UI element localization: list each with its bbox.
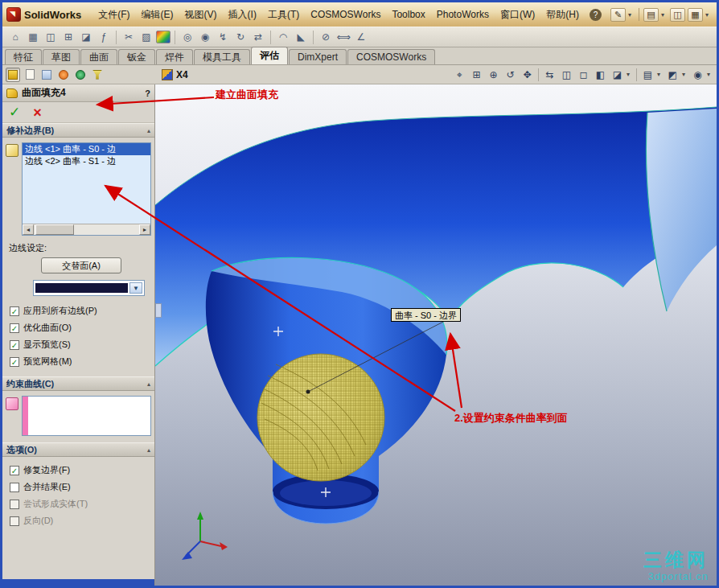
sketch-icon[interactable]: ✎ (610, 8, 626, 22)
ok-button[interactable]: ✓ (9, 105, 20, 119)
menu-toolbox[interactable]: Toolbox (386, 7, 430, 22)
checkbox-preview-mesh[interactable]: ✓ 预览网格(M) (6, 353, 151, 370)
collapse-icon[interactable]: ▴ (147, 127, 150, 134)
view-orientation-icon[interactable]: ▤ (640, 67, 655, 82)
section-view-icon[interactable]: ◪ (610, 67, 625, 82)
menu-photoworks[interactable]: PhotoWorks (431, 7, 495, 22)
tab-evaluate[interactable]: 评估 (251, 47, 288, 64)
list-horizontal-scrollbar[interactable]: ◂ ▸ (23, 224, 150, 235)
toolbar-link-icon[interactable]: ⌂ (7, 29, 23, 45)
fill-surface-preview-mesh[interactable] (257, 354, 384, 481)
toolbar-rotate-icon[interactable]: ↻ (232, 29, 249, 45)
menu-view[interactable]: 视图(V) (179, 6, 223, 23)
scroll-thumb[interactable] (35, 224, 74, 235)
dimxpertmanager-tab-icon[interactable] (56, 68, 71, 82)
print-icon[interactable]: ▦ (688, 8, 703, 22)
alternate-face-button[interactable]: 交替面(A) (41, 257, 121, 273)
toolbar-appearance-icon[interactable]: ■ (156, 31, 171, 43)
zoom-area-icon[interactable]: ⊞ (469, 67, 484, 82)
list-item-edge2[interactable]: 边线 <2> 曲率 - S1 - 边 (23, 155, 150, 167)
toolbar-note-icon[interactable]: ◫ (43, 29, 59, 45)
curvature-control-combo[interactable]: ▼ (33, 280, 145, 296)
toolbar-zoom-icon[interactable]: ◎ (179, 29, 195, 45)
panel-splitter-handle[interactable] (155, 303, 162, 318)
checkbox-apply-to-all-edges[interactable]: ✓ 应用到所有边线(P) (6, 302, 151, 319)
displaymanager-tab-icon[interactable] (73, 68, 88, 82)
toolbar-dimension-icon[interactable]: ⟺ (335, 29, 351, 45)
toolbar-grid-icon[interactable]: ▦ (25, 29, 41, 45)
chevron-down-icon[interactable]: ▾ (707, 71, 713, 78)
checkbox-fix-boundary[interactable]: ✓ 修复边界(F) (6, 462, 151, 479)
toolbar-trim-icon[interactable]: ✂ (121, 29, 137, 45)
help-icon[interactable]: ? (590, 9, 602, 21)
save-icon[interactable]: ◫ (670, 8, 685, 22)
wireframe-icon[interactable]: ◻ (576, 67, 591, 82)
toolbar-measure-icon[interactable]: ⊞ (60, 29, 76, 45)
model-3d-view[interactable] (155, 84, 717, 586)
toolbar-circle-icon[interactable]: ⊘ (318, 29, 334, 45)
tab-surfaces[interactable]: 曲面 (80, 49, 117, 64)
toolbar-hatch-icon[interactable]: ▨ (138, 29, 154, 45)
previous-view-icon[interactable]: ⇆ (542, 67, 557, 82)
toolbar-arrow-icon[interactable]: ↯ (215, 29, 231, 45)
menu-help[interactable]: 帮助(H) (540, 6, 585, 23)
list-item-edge1[interactable]: 边线 <1> 曲率 - S0 - 边 (23, 143, 150, 155)
appearance-icon[interactable]: ◩ (665, 67, 680, 82)
pm-help-icon[interactable]: ? (145, 88, 150, 98)
graphics-area[interactable]: 曲率 - S0 - 边界 三维网 3dportal.cn (155, 84, 717, 586)
scroll-track[interactable] (34, 224, 139, 235)
section-header-options[interactable]: 选项(O) ▴ (2, 442, 154, 457)
checkbox-try-form-solid[interactable]: ✓ 尝试形成实体(T) (6, 495, 151, 512)
toolbar-search-icon[interactable]: ◉ (197, 29, 213, 45)
checkbox-optimize-surface[interactable]: ✓ 优化曲面(O) (6, 319, 151, 336)
chevron-down-icon[interactable]: ▾ (682, 71, 688, 78)
toolbar-chamfer-icon[interactable]: ◣ (293, 29, 309, 45)
rotate-view-icon[interactable]: ↺ (503, 67, 518, 82)
collapse-icon[interactable]: ▴ (147, 380, 150, 388)
propertymanager-tab-icon[interactable] (6, 68, 20, 82)
tab-sketch[interactable]: 草图 (43, 49, 80, 64)
toolbar-check-icon[interactable]: ◪ (78, 29, 94, 45)
chevron-down-icon[interactable]: ▾ (628, 11, 635, 19)
boundary-edges-list[interactable]: 边线 <1> 曲率 - S0 - 边 边线 <2> 曲率 - S1 - 边 ◂ … (22, 142, 151, 236)
checkbox-show-preview[interactable]: ✓ 显示预览(S) (6, 336, 151, 353)
cancel-button[interactable]: × (33, 105, 42, 120)
tab-mold-tools[interactable]: 模具工具 (194, 49, 250, 64)
checkbox-merge-result[interactable]: ✓ 合并结果(E) (6, 479, 151, 495)
menu-file[interactable]: 文件(F) (92, 6, 135, 23)
combo-dropdown-icon[interactable]: ▼ (129, 282, 142, 294)
toolbar-equation-icon[interactable]: ƒ (96, 29, 112, 45)
toolbar-angle-icon[interactable]: ∠ (353, 29, 369, 45)
tab-cosmosworks[interactable]: COSMOSWorks (347, 49, 435, 64)
menu-edit[interactable]: 编辑(E) (136, 6, 179, 23)
chevron-down-icon[interactable]: ▾ (705, 11, 712, 19)
toolbar-fillet-icon[interactable]: ◠ (275, 29, 291, 45)
menu-cosmosworks[interactable]: COSMOSWorks (305, 7, 386, 22)
tab-weldments[interactable]: 焊件 (156, 49, 193, 64)
collapse-icon[interactable]: ▴ (147, 446, 150, 454)
featuremanager-tab-icon[interactable] (23, 68, 37, 82)
scroll-right-icon[interactable]: ▸ (139, 224, 150, 235)
zoom-in-out-icon[interactable]: ⊕ (486, 67, 501, 82)
section-header-patch-boundary[interactable]: 修补边界(B) ▴ (2, 123, 154, 138)
shaded-icon[interactable]: ◧ (593, 67, 608, 82)
open-document-icon[interactable]: ▤ (643, 8, 659, 22)
standard-views-icon[interactable]: ◫ (559, 67, 574, 82)
section-header-constraint-curves[interactable]: 约束曲线(C) ▴ (2, 376, 154, 391)
pan-icon[interactable]: ✥ (520, 67, 535, 82)
menu-tools[interactable]: 工具(T) (262, 6, 305, 23)
chevron-down-icon[interactable]: ▾ (657, 71, 664, 78)
chevron-down-icon[interactable]: ▾ (661, 11, 668, 19)
surface-right-panel[interactable] (646, 109, 717, 311)
filter-tab-icon[interactable] (90, 68, 105, 82)
menu-insert[interactable]: 插入(I) (223, 6, 262, 23)
configurationmanager-tab-icon[interactable] (39, 68, 54, 82)
tab-features[interactable]: 特征 (5, 49, 42, 64)
tab-dimxpert[interactable]: DimXpert (289, 49, 347, 64)
toolbar-mirror-icon[interactable]: ⇄ (250, 29, 266, 45)
constraint-curves-list[interactable] (22, 396, 151, 436)
chevron-down-icon[interactable]: ▾ (627, 71, 633, 78)
checkbox-reverse-direction[interactable]: ✓ 反向(D) (6, 512, 151, 529)
menu-window[interactable]: 窗口(W) (495, 6, 540, 23)
camera-icon[interactable]: ◉ (690, 67, 705, 82)
